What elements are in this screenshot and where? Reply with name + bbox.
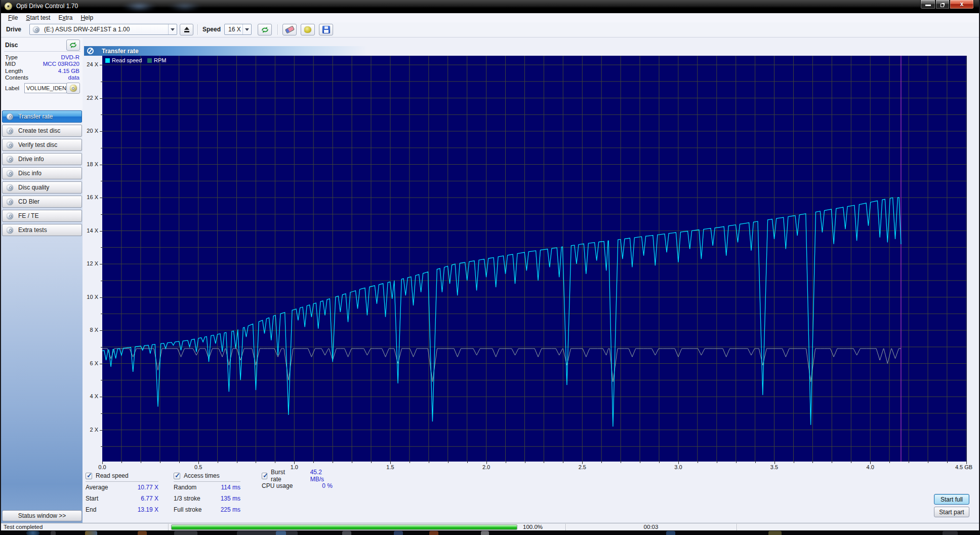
menu-item[interactable]: File	[4, 14, 22, 22]
stat-value: 225 ms	[221, 506, 240, 513]
stat-label: 1/3 stroke	[174, 495, 200, 502]
disc-field-value: DVD-R	[61, 54, 79, 60]
x-axis-tick	[410, 462, 410, 463]
x-axis-tick	[448, 462, 448, 463]
taskbar-icon[interactable]	[85, 531, 97, 535]
sidebar-nav-item[interactable]: Create test disc	[2, 125, 82, 137]
disc-panel-title: Disc	[5, 42, 18, 49]
taskbar-icon[interactable]	[276, 531, 286, 535]
stat-row: 1/3 stroke 135 ms	[174, 493, 240, 504]
taskbar-icon[interactable]	[394, 531, 403, 535]
taskbar-icon[interactable]	[666, 531, 675, 535]
taskbar-icon[interactable]	[51, 531, 56, 535]
menu-item[interactable]: Start test	[22, 14, 54, 22]
main-panel: Transfer rate 2 X4 X6 X8 X10 X12 X14 X16…	[83, 37, 979, 523]
glass-reflection	[121, 1, 157, 12]
statusbar: Test completed 100.0% 00:03	[0, 523, 980, 530]
access-times-title: Access times	[184, 472, 220, 479]
access-times-checkbox[interactable]	[174, 473, 180, 479]
disc-field: Contents data	[4, 74, 80, 82]
eject-button[interactable]	[180, 24, 193, 35]
svg-text:Read speed: Read speed	[112, 57, 142, 63]
read-speed-checkbox[interactable]	[86, 473, 92, 479]
stat-row: End 13.19 X	[86, 504, 158, 515]
save-button[interactable]	[319, 24, 333, 35]
sidebar-nav-item[interactable]: Verify test disc	[2, 139, 82, 151]
window-border-left	[0, 0, 1, 530]
x-axis-tick	[601, 462, 602, 463]
restore-button[interactable]	[935, 0, 950, 9]
taskbar-icon[interactable]	[943, 531, 958, 535]
disc-icon	[7, 227, 13, 234]
chart-title: Transfer rate	[102, 48, 139, 55]
taskbar-icon[interactable]	[342, 531, 351, 535]
taskbar[interactable]	[0, 530, 980, 535]
stat-row: Random 114 ms	[174, 482, 240, 493]
transfer-rate-plot: Read speedRPM	[102, 56, 967, 462]
burst-rate-checkbox[interactable]	[262, 473, 267, 479]
menu-item[interactable]: Help	[76, 14, 97, 22]
sidebar-nav-item[interactable]: Disc quality	[2, 181, 82, 194]
taskbar-icon[interactable]	[138, 531, 147, 535]
x-axis-tick	[160, 462, 160, 463]
start-full-button[interactable]: Start full	[934, 494, 969, 505]
stat-label: Random	[174, 484, 196, 491]
volume-label-input[interactable]: VOLUME_IDEN	[24, 83, 67, 93]
drive-select-arrow[interactable]	[168, 24, 177, 34]
write-label-button[interactable]	[66, 83, 80, 94]
start-part-button[interactable]: Start part	[934, 507, 969, 517]
sidebar-nav-label: Create test disc	[18, 127, 60, 134]
taskbar-icon[interactable]	[429, 531, 438, 535]
drive-select[interactable]: (E:) ASUS DRW-24F1ST a 1.00	[29, 24, 177, 35]
x-axis-label: 1.5	[379, 464, 401, 470]
elapsed-time: 00:03	[565, 524, 737, 530]
sidebar-nav-label: Transfer rate	[18, 113, 53, 120]
sidebar-nav-label: Drive info	[18, 156, 44, 163]
sidebar-nav-item[interactable]: Drive info	[2, 153, 82, 165]
refresh-icon	[261, 26, 269, 33]
statusbar-separator	[737, 524, 737, 530]
close-button[interactable]: x	[950, 0, 974, 9]
y-axis-label: 16 X	[83, 194, 98, 200]
x-axis-tick	[121, 462, 122, 463]
erase-disc-button[interactable]	[282, 24, 297, 35]
speed-select[interactable]: 16 X	[224, 24, 252, 35]
disc-icon	[7, 184, 13, 191]
x-axis-tick	[621, 462, 621, 463]
sidebar-nav-item[interactable]: Transfer rate	[2, 110, 82, 123]
titlebar[interactable]: Opti Drive Control 1.70 x	[0, 0, 980, 13]
start-orb-icon[interactable]	[26, 531, 39, 535]
x-axis-tick	[371, 462, 372, 463]
status-text: Test completed	[4, 524, 43, 530]
stat-value: 0 %	[322, 482, 333, 489]
taskbar-icon[interactable]	[174, 531, 197, 535]
toolbar: Drive (E:) ASUS DRW-24F1ST a 1.00 Speed …	[1, 22, 979, 37]
stat-value: 6.77 X	[141, 495, 158, 502]
sidebar-nav-item[interactable]: Disc info	[2, 167, 82, 179]
refresh-disc-button[interactable]	[66, 40, 80, 51]
progress-fill	[172, 525, 517, 529]
sidebar-nav-item[interactable]: FE / TE	[2, 210, 82, 222]
disc-field: Type DVD-R	[4, 54, 80, 61]
x-axis-tick	[313, 462, 314, 463]
taskbar-icon[interactable]	[768, 531, 782, 535]
refresh-speeds-button[interactable]	[258, 24, 272, 35]
status-window-button[interactable]: Status window >>	[2, 510, 82, 521]
minimize-button[interactable]	[920, 0, 935, 9]
cleaner-button[interactable]	[301, 24, 315, 35]
x-axis-tick	[736, 462, 737, 463]
sidebar-nav-item[interactable]: Extra tests	[2, 224, 82, 236]
x-axis-tick	[698, 462, 698, 463]
stat-label: End	[86, 506, 96, 513]
x-axis-tick	[179, 462, 180, 463]
y-axis-label: 14 X	[83, 227, 98, 234]
x-axis-tick	[889, 462, 890, 463]
taskbar-icon[interactable]	[237, 531, 298, 535]
svg-text:RPM: RPM	[154, 57, 166, 63]
menu-item[interactable]: Extra	[54, 14, 76, 22]
disc-icon	[7, 113, 13, 120]
x-axis-label: 2.5	[571, 464, 593, 470]
speed-select-arrow[interactable]	[242, 24, 251, 34]
sidebar-nav-item[interactable]: CD Bler	[2, 196, 82, 208]
taskbar-icon[interactable]	[481, 531, 489, 535]
